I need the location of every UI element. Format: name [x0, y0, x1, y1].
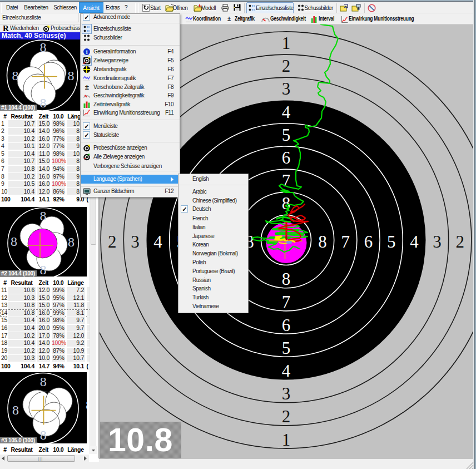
svg-text:8: 8 — [282, 269, 291, 289]
svg-text:8: 8 — [11, 234, 17, 249]
svg-text:±: ± — [85, 83, 89, 91]
svg-text:8: 8 — [40, 263, 47, 277]
svg-text:8: 8 — [40, 428, 47, 442]
svg-text:8: 8 — [12, 403, 19, 417]
svg-text:1: 1 — [282, 430, 291, 450]
svg-text:1: 1 — [282, 33, 291, 53]
svg-text:7: 7 — [282, 292, 291, 312]
svg-text:2: 2 — [282, 56, 291, 76]
svg-text:8: 8 — [68, 68, 75, 83]
svg-text:6: 6 — [282, 315, 291, 335]
svg-text:7: 7 — [341, 232, 350, 251]
svg-text:8: 8 — [68, 235, 75, 249]
svg-text:5: 5 — [387, 232, 396, 251]
svg-text:5: 5 — [282, 338, 291, 358]
svg-text:2: 2 — [456, 232, 465, 251]
svg-text:3: 3 — [433, 232, 442, 251]
svg-text:4: 4 — [410, 232, 419, 251]
svg-text:4: 4 — [282, 102, 291, 122]
svg-text:8: 8 — [40, 374, 47, 389]
svg-text:5: 5 — [282, 125, 291, 145]
svg-text:2: 2 — [282, 407, 291, 426]
svg-text:3: 3 — [131, 232, 140, 251]
svg-text:8: 8 — [40, 40, 47, 55]
svg-text:3: 3 — [282, 384, 291, 403]
svg-text:8: 8 — [40, 96, 47, 110]
svg-text:6: 6 — [282, 148, 291, 167]
svg-text:8: 8 — [12, 68, 19, 83]
svg-text:4: 4 — [153, 232, 162, 251]
svg-text:8: 8 — [86, 398, 87, 412]
svg-text:2: 2 — [108, 232, 117, 251]
svg-text:8: 8 — [318, 232, 327, 251]
svg-text:8: 8 — [40, 209, 47, 223]
svg-text:3: 3 — [282, 79, 291, 98]
svg-text:6: 6 — [364, 232, 373, 251]
svg-text:4: 4 — [282, 361, 291, 381]
